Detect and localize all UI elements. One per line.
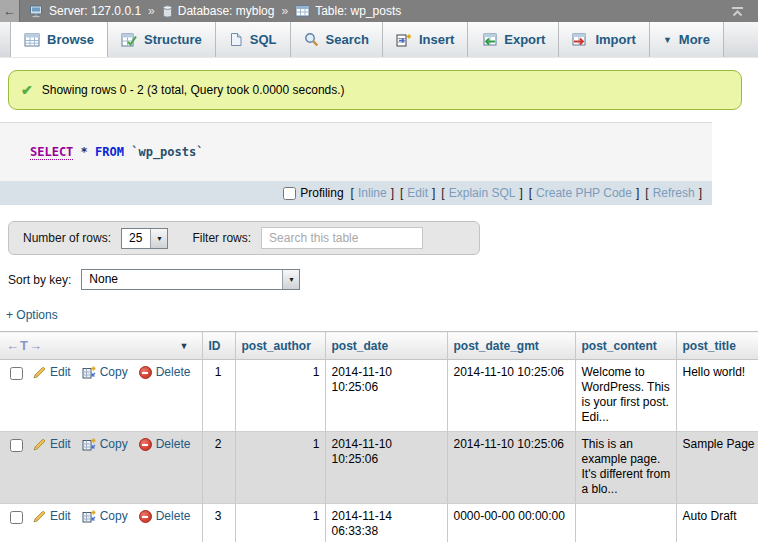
edit-link[interactable]: Edit [33, 509, 71, 524]
tab-insert[interactable]: Insert [383, 22, 468, 57]
edit-link[interactable]: Edit [33, 365, 71, 380]
tab-sql[interactable]: SQL [216, 22, 291, 57]
tab-label: Insert [419, 32, 454, 47]
sql-table-name: `wp_posts` [131, 145, 203, 159]
back-arrow-icon: ← [4, 4, 16, 18]
delete-icon [139, 366, 152, 379]
copy-label: Copy [100, 509, 128, 524]
tab-browse[interactable]: Browse [10, 22, 108, 57]
with-selected-arrow-icon[interactable]: ▼ [180, 341, 189, 351]
results-table: ←T→ ▼ ID post_author post_date post_date… [0, 331, 758, 542]
cell-post-title: Hello world! [676, 360, 758, 432]
edit-label: Edit [50, 365, 71, 380]
bracket: [ [398, 186, 405, 200]
cell-post-title: Auto Draft [676, 504, 758, 542]
sql-keyword-select[interactable]: SELECT [30, 145, 73, 160]
tab-search[interactable]: Search [291, 22, 383, 57]
header-post-content[interactable]: post_content [575, 332, 676, 360]
delete-icon [139, 510, 152, 523]
breadcrumb: Server: 127.0.0.1 » Database: myblog » T… [20, 4, 401, 18]
tab-more[interactable]: ▼ More [650, 22, 724, 57]
tab-label: SQL [250, 32, 277, 47]
header-post-date-gmt[interactable]: post_date_gmt [447, 332, 575, 360]
delete-link[interactable]: Delete [139, 437, 191, 452]
copy-row-icon [82, 366, 96, 379]
delete-link[interactable]: Delete [139, 365, 191, 380]
cell-post-content: This is an example page. It's different … [575, 432, 676, 504]
edit-label: Edit [50, 437, 71, 452]
structure-icon [121, 33, 137, 47]
row-checkbox[interactable] [10, 511, 23, 524]
cell-post-author: 1 [235, 432, 325, 504]
tab-export[interactable]: Export [468, 22, 559, 57]
tab-structure[interactable]: Structure [108, 22, 216, 57]
tab-label: Import [595, 32, 635, 47]
table-body: Edit Copy Delete 1 1 2014-11-10 10:25:06… [0, 360, 758, 542]
filter-rows-input[interactable] [261, 227, 423, 249]
server-icon [29, 5, 44, 18]
header-post-date[interactable]: post_date [325, 332, 447, 360]
number-of-rows-select[interactable]: 25 ▼ [121, 228, 168, 249]
table-row: Edit Copy Delete 3 1 2014-11-14 06:33:38… [0, 504, 758, 542]
breadcrumb-database[interactable]: Database: myblog [178, 4, 275, 18]
table-row: Edit Copy Delete 2 1 2014-11-10 10:25:06… [0, 432, 758, 504]
cell-post-date: 2014-11-10 10:25:06 [325, 432, 447, 504]
delete-label: Delete [156, 509, 191, 524]
breadcrumb-table[interactable]: Table: wp_posts [315, 4, 401, 18]
tab-label: More [679, 32, 710, 47]
cell-post-author: 1 [235, 504, 325, 542]
refresh-link[interactable]: Refresh [653, 186, 695, 200]
chevron-down-icon: ▼ [663, 35, 672, 45]
bracket: [ [643, 186, 650, 200]
cell-post-date: 2014-11-10 10:25:06 [325, 360, 447, 432]
delete-link[interactable]: Delete [139, 509, 191, 524]
select-arrow-icon: ▼ [282, 270, 299, 289]
row-checkbox[interactable] [10, 367, 23, 380]
copy-link[interactable]: Copy [82, 509, 128, 524]
options-toggle-link[interactable]: + Options [6, 308, 58, 322]
breadcrumb-server[interactable]: Server: 127.0.0.1 [49, 4, 141, 18]
breadcrumb-separator: » [146, 4, 157, 18]
sql-keyword-from: FROM [95, 145, 124, 159]
cell-actions: Edit Copy Delete [0, 432, 202, 504]
success-check-icon: ✔ [21, 83, 33, 97]
bracket: [ [527, 186, 534, 200]
inline-link[interactable]: Inline [358, 186, 387, 200]
bracket: ] [430, 186, 437, 200]
cell-post-content [575, 504, 676, 542]
profiling-checkbox[interactable] [283, 187, 296, 200]
cell-post-date-gmt: 2014-11-10 10:25:06 [447, 432, 575, 504]
filter-rows-label: Filter rows: [192, 231, 251, 245]
edit-label: Edit [50, 509, 71, 524]
table-row: Edit Copy Delete 1 1 2014-11-10 10:25:06… [0, 360, 758, 432]
bracket: [ [439, 186, 446, 200]
tab-import[interactable]: Import [559, 22, 649, 57]
row-checkbox[interactable] [10, 439, 23, 452]
select-arrow-icon: ▼ [150, 229, 167, 248]
copy-link[interactable]: Copy [82, 365, 128, 380]
explain-sql-link[interactable]: Explain SQL [449, 186, 516, 200]
copy-row-icon [82, 438, 96, 451]
header-id[interactable]: ID [202, 332, 235, 360]
copy-link[interactable]: Copy [82, 437, 128, 452]
copy-row-icon [82, 510, 96, 523]
edit-query-link[interactable]: Edit [407, 186, 428, 200]
pencil-icon [33, 366, 46, 379]
bracket: ] [517, 186, 524, 200]
delete-label: Delete [156, 437, 191, 452]
create-php-code-link[interactable]: Create PHP Code [536, 186, 632, 200]
edit-link[interactable]: Edit [33, 437, 71, 452]
number-of-rows-value: 25 [122, 229, 150, 248]
display-direction-control[interactable]: ←T→ [6, 338, 43, 353]
nav-panel-toggle[interactable]: ← [0, 0, 20, 22]
collapse-top-icon[interactable] [731, 6, 758, 17]
header-row: ←T→ ▼ ID post_author post_date post_date… [0, 332, 758, 360]
header-post-author[interactable]: post_author [235, 332, 325, 360]
database-icon [162, 5, 173, 18]
cell-id: 3 [202, 504, 235, 542]
sort-by-key-select[interactable]: None ▼ [81, 269, 300, 290]
header-post-title[interactable]: post_title [676, 332, 758, 360]
cell-post-date-gmt: 2014-11-10 10:25:06 [447, 360, 575, 432]
cell-post-date-gmt: 0000-00-00 00:00:00 [447, 504, 575, 542]
status-message-text: Showing rows 0 - 2 (3 total, Query took … [42, 83, 345, 97]
